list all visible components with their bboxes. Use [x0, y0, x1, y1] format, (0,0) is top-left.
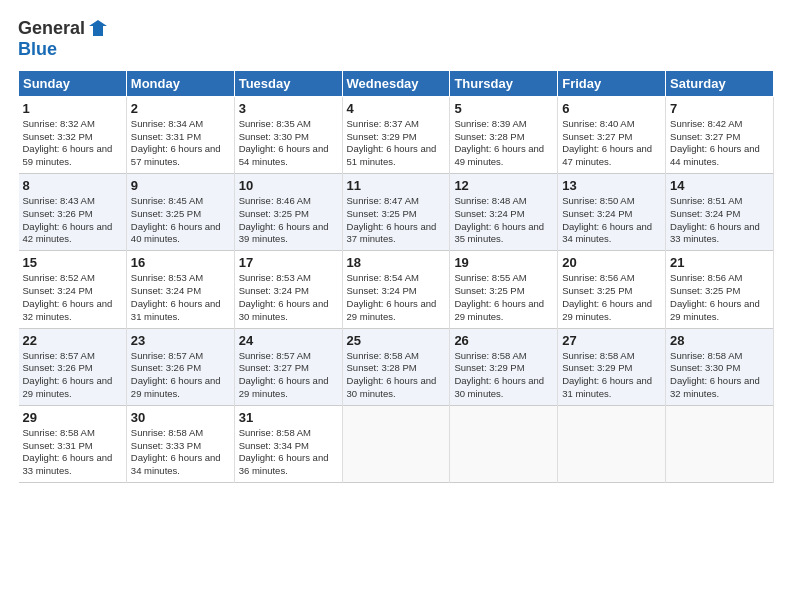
- day-number: 19: [454, 255, 553, 270]
- day-info: Sunrise: 8:58 AM Sunset: 3:29 PM Dayligh…: [454, 350, 553, 401]
- calendar-cell: [450, 405, 558, 482]
- logo-blue: Blue: [18, 39, 57, 59]
- day-number: 2: [131, 101, 230, 116]
- calendar-table: Sunday Monday Tuesday Wednesday Thursday…: [18, 70, 774, 483]
- col-tuesday: Tuesday: [234, 70, 342, 96]
- day-number: 27: [562, 333, 661, 348]
- day-info: Sunrise: 8:47 AM Sunset: 3:25 PM Dayligh…: [347, 195, 446, 246]
- day-info: Sunrise: 8:45 AM Sunset: 3:25 PM Dayligh…: [131, 195, 230, 246]
- header: General Blue: [18, 18, 774, 60]
- calendar-cell: 13 Sunrise: 8:50 AM Sunset: 3:24 PM Dayl…: [558, 174, 666, 251]
- day-number: 8: [23, 178, 122, 193]
- day-number: 4: [347, 101, 446, 116]
- day-info: Sunrise: 8:57 AM Sunset: 3:26 PM Dayligh…: [23, 350, 122, 401]
- day-info: Sunrise: 8:56 AM Sunset: 3:25 PM Dayligh…: [562, 272, 661, 323]
- calendar-cell: 30 Sunrise: 8:58 AM Sunset: 3:33 PM Dayl…: [126, 405, 234, 482]
- calendar-cell: [666, 405, 774, 482]
- calendar-cell: 6 Sunrise: 8:40 AM Sunset: 3:27 PM Dayli…: [558, 96, 666, 173]
- day-info: Sunrise: 8:53 AM Sunset: 3:24 PM Dayligh…: [131, 272, 230, 323]
- calendar-week-2: 8 Sunrise: 8:43 AM Sunset: 3:26 PM Dayli…: [19, 174, 774, 251]
- calendar-cell: 5 Sunrise: 8:39 AM Sunset: 3:28 PM Dayli…: [450, 96, 558, 173]
- day-number: 20: [562, 255, 661, 270]
- svg-marker-0: [89, 20, 107, 36]
- day-info: Sunrise: 8:57 AM Sunset: 3:26 PM Dayligh…: [131, 350, 230, 401]
- calendar-cell: 22 Sunrise: 8:57 AM Sunset: 3:26 PM Dayl…: [19, 328, 127, 405]
- day-info: Sunrise: 8:32 AM Sunset: 3:32 PM Dayligh…: [23, 118, 122, 169]
- day-info: Sunrise: 8:34 AM Sunset: 3:31 PM Dayligh…: [131, 118, 230, 169]
- day-number: 1: [23, 101, 122, 116]
- calendar-cell: 1 Sunrise: 8:32 AM Sunset: 3:32 PM Dayli…: [19, 96, 127, 173]
- calendar-cell: 20 Sunrise: 8:56 AM Sunset: 3:25 PM Dayl…: [558, 251, 666, 328]
- day-info: Sunrise: 8:50 AM Sunset: 3:24 PM Dayligh…: [562, 195, 661, 246]
- day-number: 10: [239, 178, 338, 193]
- calendar-cell: 26 Sunrise: 8:58 AM Sunset: 3:29 PM Dayl…: [450, 328, 558, 405]
- day-info: Sunrise: 8:37 AM Sunset: 3:29 PM Dayligh…: [347, 118, 446, 169]
- day-number: 11: [347, 178, 446, 193]
- day-info: Sunrise: 8:53 AM Sunset: 3:24 PM Dayligh…: [239, 272, 338, 323]
- calendar-cell: 15 Sunrise: 8:52 AM Sunset: 3:24 PM Dayl…: [19, 251, 127, 328]
- calendar-week-3: 15 Sunrise: 8:52 AM Sunset: 3:24 PM Dayl…: [19, 251, 774, 328]
- logo-text: General: [18, 19, 85, 39]
- day-number: 13: [562, 178, 661, 193]
- calendar-cell: 21 Sunrise: 8:56 AM Sunset: 3:25 PM Dayl…: [666, 251, 774, 328]
- col-friday: Friday: [558, 70, 666, 96]
- day-info: Sunrise: 8:43 AM Sunset: 3:26 PM Dayligh…: [23, 195, 122, 246]
- day-info: Sunrise: 8:58 AM Sunset: 3:29 PM Dayligh…: [562, 350, 661, 401]
- day-info: Sunrise: 8:46 AM Sunset: 3:25 PM Dayligh…: [239, 195, 338, 246]
- calendar-cell: 24 Sunrise: 8:57 AM Sunset: 3:27 PM Dayl…: [234, 328, 342, 405]
- day-info: Sunrise: 8:42 AM Sunset: 3:27 PM Dayligh…: [670, 118, 769, 169]
- calendar-cell: 8 Sunrise: 8:43 AM Sunset: 3:26 PM Dayli…: [19, 174, 127, 251]
- calendar-cell: 29 Sunrise: 8:58 AM Sunset: 3:31 PM Dayl…: [19, 405, 127, 482]
- day-number: 31: [239, 410, 338, 425]
- day-number: 5: [454, 101, 553, 116]
- day-number: 9: [131, 178, 230, 193]
- col-wednesday: Wednesday: [342, 70, 450, 96]
- calendar-cell: 31 Sunrise: 8:58 AM Sunset: 3:34 PM Dayl…: [234, 405, 342, 482]
- day-number: 22: [23, 333, 122, 348]
- day-number: 7: [670, 101, 769, 116]
- calendar-cell: [558, 405, 666, 482]
- calendar-cell: [342, 405, 450, 482]
- calendar-cell: 2 Sunrise: 8:34 AM Sunset: 3:31 PM Dayli…: [126, 96, 234, 173]
- calendar-week-5: 29 Sunrise: 8:58 AM Sunset: 3:31 PM Dayl…: [19, 405, 774, 482]
- calendar-cell: 12 Sunrise: 8:48 AM Sunset: 3:24 PM Dayl…: [450, 174, 558, 251]
- calendar-cell: 17 Sunrise: 8:53 AM Sunset: 3:24 PM Dayl…: [234, 251, 342, 328]
- day-info: Sunrise: 8:39 AM Sunset: 3:28 PM Dayligh…: [454, 118, 553, 169]
- day-info: Sunrise: 8:58 AM Sunset: 3:28 PM Dayligh…: [347, 350, 446, 401]
- day-number: 18: [347, 255, 446, 270]
- logo: General Blue: [18, 18, 109, 60]
- calendar-cell: 10 Sunrise: 8:46 AM Sunset: 3:25 PM Dayl…: [234, 174, 342, 251]
- day-number: 14: [670, 178, 769, 193]
- day-info: Sunrise: 8:35 AM Sunset: 3:30 PM Dayligh…: [239, 118, 338, 169]
- day-number: 17: [239, 255, 338, 270]
- calendar-cell: 25 Sunrise: 8:58 AM Sunset: 3:28 PM Dayl…: [342, 328, 450, 405]
- day-info: Sunrise: 8:58 AM Sunset: 3:34 PM Dayligh…: [239, 427, 338, 478]
- day-number: 25: [347, 333, 446, 348]
- calendar-cell: 28 Sunrise: 8:58 AM Sunset: 3:30 PM Dayl…: [666, 328, 774, 405]
- day-number: 16: [131, 255, 230, 270]
- day-number: 28: [670, 333, 769, 348]
- col-sunday: Sunday: [19, 70, 127, 96]
- calendar-cell: 19 Sunrise: 8:55 AM Sunset: 3:25 PM Dayl…: [450, 251, 558, 328]
- day-number: 29: [23, 410, 122, 425]
- calendar-cell: 23 Sunrise: 8:57 AM Sunset: 3:26 PM Dayl…: [126, 328, 234, 405]
- day-number: 30: [131, 410, 230, 425]
- day-info: Sunrise: 8:58 AM Sunset: 3:31 PM Dayligh…: [23, 427, 122, 478]
- day-number: 15: [23, 255, 122, 270]
- col-monday: Monday: [126, 70, 234, 96]
- day-number: 6: [562, 101, 661, 116]
- day-number: 26: [454, 333, 553, 348]
- calendar-cell: 9 Sunrise: 8:45 AM Sunset: 3:25 PM Dayli…: [126, 174, 234, 251]
- calendar-cell: 14 Sunrise: 8:51 AM Sunset: 3:24 PM Dayl…: [666, 174, 774, 251]
- col-saturday: Saturday: [666, 70, 774, 96]
- calendar-cell: 18 Sunrise: 8:54 AM Sunset: 3:24 PM Dayl…: [342, 251, 450, 328]
- calendar-cell: 11 Sunrise: 8:47 AM Sunset: 3:25 PM Dayl…: [342, 174, 450, 251]
- page: General Blue Sunday Monday Tuesday Wedne…: [0, 0, 792, 612]
- calendar-week-4: 22 Sunrise: 8:57 AM Sunset: 3:26 PM Dayl…: [19, 328, 774, 405]
- calendar-cell: 4 Sunrise: 8:37 AM Sunset: 3:29 PM Dayli…: [342, 96, 450, 173]
- calendar-cell: 16 Sunrise: 8:53 AM Sunset: 3:24 PM Dayl…: [126, 251, 234, 328]
- day-number: 24: [239, 333, 338, 348]
- calendar-week-1: 1 Sunrise: 8:32 AM Sunset: 3:32 PM Dayli…: [19, 96, 774, 173]
- day-info: Sunrise: 8:56 AM Sunset: 3:25 PM Dayligh…: [670, 272, 769, 323]
- logo-general: General: [18, 18, 85, 38]
